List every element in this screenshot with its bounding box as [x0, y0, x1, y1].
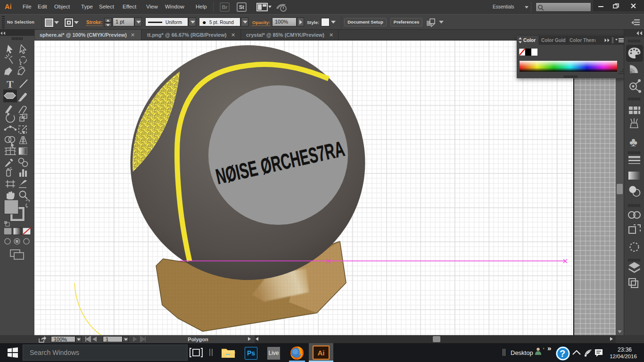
- svg-text:?: ?: [560, 348, 565, 359]
- svg-text:T: T: [7, 78, 14, 90]
- svg-text:♣: ♣: [629, 135, 637, 149]
